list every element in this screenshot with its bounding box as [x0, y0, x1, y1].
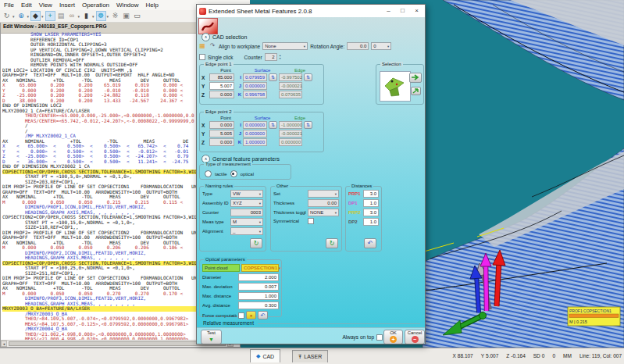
selection-add-button[interactable]: [409, 73, 422, 83]
ep1-y-surface-field[interactable]: 0.000000: [243, 82, 267, 90]
ep2-z-edge-field[interactable]: 0.000000: [279, 138, 302, 146]
menu-item-help[interactable]: Help: [146, 2, 159, 9]
menu-item-insert[interactable]: Insert: [59, 2, 75, 9]
tab-laser[interactable]: Ŧ LASER: [292, 350, 328, 362]
naming-type-select[interactable]: VW▾: [230, 190, 263, 198]
other-thickness-toggle-label: Thickness toggle: [273, 210, 306, 215]
point-column-header: Point: [209, 68, 242, 73]
dropdown-caret[interactable]: ▾: [12, 14, 15, 19]
ep1-z-surface-field[interactable]: 0.996798: [243, 91, 267, 98]
other-symmetrical-checkbox[interactable]: [308, 218, 314, 224]
dropdown-caret[interactable]: ▾: [41, 14, 44, 19]
origin-sphere[interactable]: [480, 312, 487, 319]
link-icon[interactable]: ∞: [67, 11, 77, 21]
ep2-z-surface-field[interactable]: 1.000000: [243, 138, 267, 146]
other-set-select[interactable]: ▾: [308, 190, 339, 198]
counter-stepper[interactable]: ▴ ▾: [280, 54, 281, 60]
ep1-x-edge-field[interactable]: -0.997502: [279, 73, 302, 81]
globe-icon[interactable]: ⊕: [16, 11, 27, 21]
optical-diameter-field[interactable]: 2.000: [238, 273, 279, 281]
snapshot-icon[interactable]: ▣: [121, 11, 131, 21]
comment-icon[interactable]: ▤: [56, 11, 66, 21]
surface-graph-button[interactable]: ⇅: [269, 121, 277, 129]
maximize-button[interactable]: □: [397, 5, 408, 16]
surface-graph-button[interactable]: ⇅: [269, 73, 277, 81]
ep1-y-edge-field[interactable]: -0.000021: [279, 82, 302, 90]
ep2-y-surface-field[interactable]: 0.000000: [243, 130, 267, 137]
ep2-x-edge-field[interactable]: -1.000000: [279, 121, 302, 129]
force-computation-checkbox[interactable]: [238, 312, 244, 319]
ep2-y-point-field[interactable]: 5.005: [209, 130, 234, 137]
ep1-x-point-field[interactable]: 85.000: [209, 73, 234, 81]
tactile-radio[interactable]: [205, 170, 212, 177]
user-icon[interactable]: ▮: [81, 11, 91, 21]
menu-item-operation[interactable]: Operation: [82, 2, 109, 9]
menu-item-file[interactable]: File: [4, 2, 14, 9]
dropdown-caret[interactable]: ▾: [92, 14, 94, 19]
dropdown-caret[interactable]: ▾: [107, 14, 109, 19]
distance-dp2-field[interactable]: 1.0: [363, 218, 379, 226]
wheel-icon[interactable]: ☸: [96, 11, 106, 21]
ep2-x-surface-field[interactable]: 0.000000: [243, 121, 267, 129]
grid-icon[interactable]: ▦: [198, 42, 206, 50]
other-thickness-toggle-select[interactable]: NONE▾: [308, 209, 339, 216]
test-button[interactable]: Test ▼: [201, 330, 222, 344]
ep1-y-point-field[interactable]: 5.007: [209, 82, 234, 90]
optical-radio[interactable]: [230, 170, 237, 177]
menu-item-window[interactable]: Window: [116, 2, 138, 9]
cube-icon[interactable]: ◆: [30, 11, 41, 21]
naming-counter-field[interactable]: 0003: [230, 209, 263, 216]
rotation-angle-field[interactable]: 0.0: [347, 42, 369, 50]
scrollbar-thumb[interactable]: [9, 341, 226, 346]
align-workplane-select[interactable]: None ▾: [262, 42, 308, 50]
orbit-icon[interactable]: ↻: [2, 11, 12, 21]
dropdown-caret[interactable]: ▾: [27, 14, 30, 19]
single-click-checkbox[interactable]: [199, 54, 205, 60]
scroll-left-icon[interactable]: ◂: [1, 341, 7, 347]
compute-button[interactable]: ●: [246, 311, 256, 319]
distance-prp2-field[interactable]: 3.0: [363, 209, 379, 216]
distance-dp1-field[interactable]: 1.0: [363, 199, 379, 207]
rotation-step-select[interactable]: 0 ▾: [371, 42, 391, 50]
other-refresh-button[interactable]: ↻: [326, 238, 338, 248]
cancel-button[interactable]: Cancel −: [405, 330, 425, 344]
menu-item-edit[interactable]: Edit: [21, 2, 32, 9]
optical-undo-button[interactable]: ↶: [258, 311, 268, 319]
ep2-y-edge-field[interactable]: -0.000021: [279, 130, 302, 137]
naming-assembly-id-select[interactable]: XYZ▾: [230, 199, 263, 207]
frame-icon[interactable]: ▭: [132, 11, 142, 21]
menu-item-view[interactable]: View: [39, 2, 52, 9]
optical-max-distance-field[interactable]: 1.000: [238, 292, 279, 300]
dropdown-caret[interactable]: ▾: [78, 14, 80, 19]
ok-button[interactable]: OK +: [383, 330, 403, 344]
other-thickness-field[interactable]: 0.00: [308, 199, 339, 207]
ep1-z-edge-field[interactable]: 0.070635: [279, 91, 302, 98]
selection-preview[interactable]: [380, 71, 411, 102]
ep1-z-point-field[interactable]: 0.000: [209, 91, 234, 98]
pan-icon[interactable]: +: [45, 11, 55, 21]
naming-refresh-button[interactable]: ↻: [250, 238, 262, 248]
tab-cad[interactable]: ◆ CAD: [250, 349, 280, 362]
spin-down-icon[interactable]: ▾: [280, 57, 281, 60]
network-icon[interactable]: ※: [110, 11, 120, 21]
workplane-rotate-icon[interactable]: ↷: [209, 42, 216, 50]
distance-prp1-field[interactable]: 3.0: [363, 190, 379, 198]
naming-alignment-select[interactable]: _▾: [230, 227, 263, 235]
ep1-x-surface-field[interactable]: 0.079959: [243, 73, 267, 81]
edge-graph-button[interactable]: ⇅: [304, 121, 312, 129]
counter-field[interactable]: 2: [265, 53, 277, 61]
close-button[interactable]: ×: [411, 5, 423, 16]
always-on-top-checkbox[interactable]: [376, 334, 383, 341]
dialog-titlebar[interactable]: Extended Sheet Metal Features 2.0.8 – □ …: [197, 5, 425, 17]
ep2-x-point-field[interactable]: 0.000: [209, 121, 234, 129]
optical-max-deviation-field[interactable]: 0.007: [238, 283, 279, 291]
minimize-button[interactable]: –: [383, 5, 394, 16]
point-cloud-select[interactable]: COPSECTION1 ▾: [241, 264, 279, 272]
ep2-z-point-field[interactable]: 0.000: [209, 138, 234, 146]
edge-graph-button[interactable]: ⇅: [304, 73, 312, 81]
selection-pick-button[interactable]: [411, 87, 421, 95]
collapse-cad-selection-button[interactable]: ∧: [201, 33, 210, 41]
distances-undo-button[interactable]: ↶: [364, 238, 376, 248]
optical-avg-distance-field[interactable]: 0.300: [238, 302, 279, 309]
naming-meas-type-select[interactable]: M▾: [230, 218, 263, 226]
